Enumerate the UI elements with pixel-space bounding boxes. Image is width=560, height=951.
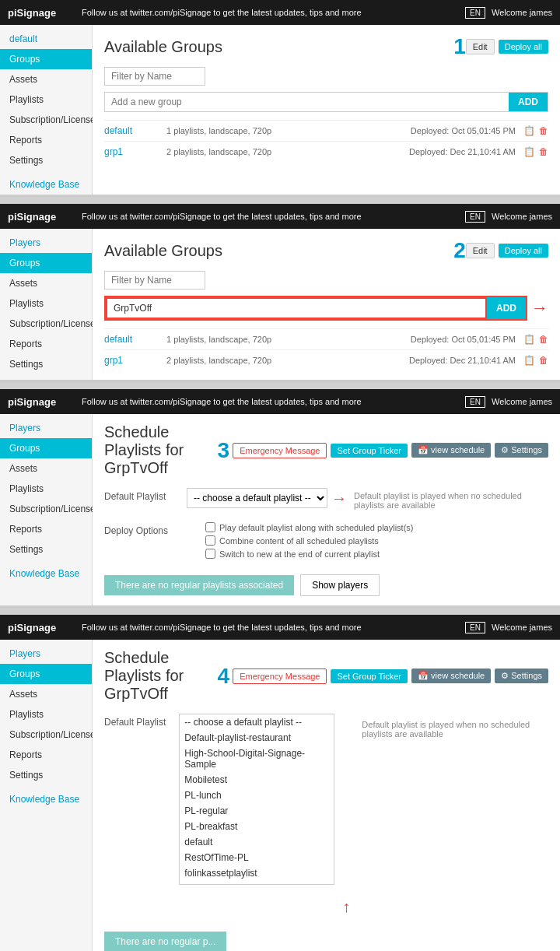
red-arrow-2: → [531,298,548,318]
sidebar-playlists-3[interactable]: Playlists [0,479,92,499]
deploy-btn-2[interactable]: Deploy all [499,244,548,258]
edit-btn-2[interactable]: Edit [466,243,495,258]
no-playlists-btn-3[interactable]: There are no regular playlists associate… [104,575,294,595]
add-group-input-1[interactable] [105,93,509,111]
filter-input-2[interactable] [104,271,205,290]
group-deployed-grp1-1: Deployed: Dec 21,10:41 AM [409,147,516,156]
sidebar-settings-4[interactable]: Settings [0,765,92,785]
sidebar-reports-4[interactable]: Reports [0,745,92,765]
red-arrow-4: ↑ [342,898,350,916]
group-link-default-2[interactable]: default [104,334,166,345]
sidebar-players-4[interactable]: Players [0,644,92,664]
del-icon-grp1-1[interactable]: 🗑 [539,146,548,157]
sidebar-groups-1[interactable]: Groups [0,49,92,69]
group-row-default-1: default 1 playlists, landscape, 720p Dep… [104,120,548,141]
default-playlist-select-3[interactable]: -- choose a default playlist -- [187,488,327,508]
group-link-grp1-1[interactable]: grp1 [104,146,166,157]
ticker-btn-4[interactable]: Set Group Ticker [331,669,408,683]
playlist-dropdown-4[interactable]: -- choose a default playlist -- Default-… [179,714,334,885]
checkbox-1-3[interactable] [205,522,215,532]
copy-icon-default-2[interactable]: 📋 [523,334,535,345]
sidebar-settings-1[interactable]: Settings [0,150,92,170]
section-1: default Groups Assets Playlists Subscrip… [0,25,560,198]
emergency-btn-4[interactable]: Emergency Message [233,669,327,684]
dropdown-opt-4-4[interactable]: PL-lunch [180,788,334,803]
copy-icon-grp1-1[interactable]: 📋 [523,146,535,157]
add-btn-2[interactable]: ADD [487,297,526,319]
section-3: Players Groups Assets Playlists Subscrip… [0,414,560,609]
sidebar-sub-1[interactable]: Subscription/Licenses [0,110,92,130]
page-title-3: Schedule Playlists for GrpTvOff [104,423,199,477]
sidebar-settings-3[interactable]: Settings [0,539,92,560]
del-icon-default-1[interactable]: 🗑 [539,125,548,136]
dropdown-opt-7-4[interactable]: default [180,834,334,850]
sidebar-reports-1[interactable]: Reports [0,130,92,150]
form-hint-3: Default playlist is played when no sched… [354,488,548,510]
sidebar-playlists-2[interactable]: Playlists [0,293,92,314]
group-link-default-1[interactable]: default [104,125,166,136]
settings-btn-3[interactable]: ⚙ Settings [495,443,548,458]
main-content-3: Schedule Playlists for GrpTvOff 3 Emerge… [93,414,560,605]
sidebar-reports-3[interactable]: Reports [0,519,92,539]
add-btn-1[interactable]: ADD [509,93,548,111]
edit-btn-1[interactable]: Edit [466,39,495,54]
step-num-4: 4 [218,664,230,689]
sidebar-reports-2[interactable]: Reports [0,334,92,354]
no-playlists-btn-4[interactable]: There are no regular p... [104,932,226,951]
dropdown-opt-3-4[interactable]: Mobiletest [180,772,334,788]
add-group-input-2[interactable] [106,297,487,319]
sidebar-players-3[interactable]: Players [0,418,92,438]
dropdown-opt-8-4[interactable]: RestOfTime-PL [180,850,334,865]
sidebar-assets-1[interactable]: Assets [0,69,92,89]
sidebar-kb-3[interactable]: Knowledge Base [0,563,92,584]
dropdown-opt-6-4[interactable]: PL-breakfast [180,819,334,834]
sidebar-players-1[interactable]: default [0,29,92,49]
checkbox-3-3[interactable] [205,549,215,559]
sidebar-groups-3[interactable]: Groups [0,438,92,458]
sidebar-assets-4[interactable]: Assets [0,684,92,704]
lang-badge-1: EN [465,7,485,19]
group-link-grp1-2[interactable]: grp1 [104,355,166,366]
emergency-btn-3[interactable]: Emergency Message [233,443,327,458]
dropdown-opt-10-4[interactable]: play2 [180,881,334,885]
del-icon-grp1-2[interactable]: 🗑 [539,355,548,366]
ticker-btn-3[interactable]: Set Group Ticker [331,444,408,458]
copy-icon-default-1[interactable]: 📋 [523,125,535,136]
sidebar-sub-3[interactable]: Subscription/Licenses [0,499,92,519]
deploy-btn-1[interactable]: Deploy all [499,40,548,54]
checkbox-2-3[interactable] [205,535,215,546]
checkbox-item-3-3[interactable]: Switch to new at the end of current play… [205,549,413,559]
default-playlist-label-3: Default Playlist [104,488,187,502]
sidebar-kb-4[interactable]: Knowledge Base [0,789,92,809]
sidebar-groups-2[interactable]: Groups [0,253,92,273]
settings-btn-4[interactable]: ⚙ Settings [495,669,548,683]
sidebar-sub-2[interactable]: Subscription/Licenses [0,314,92,334]
filter-input-1[interactable] [104,67,205,86]
sidebar-kb-1[interactable]: Knowledge Base [0,174,92,195]
schedule-btn-3[interactable]: 📅 view schedule [411,443,491,458]
copy-icon-grp1-2[interactable]: 📋 [523,355,535,366]
sidebar-groups-4[interactable]: Groups [0,664,92,684]
sidebar-players-2[interactable]: Players [0,233,92,253]
sidebar-2: Players Groups Assets Playlists Subscrip… [0,229,93,380]
sidebar-assets-3[interactable]: Assets [0,458,92,479]
sidebar-sub-4[interactable]: Subscription/Licenses [0,725,92,745]
del-icon-default-2[interactable]: 🗑 [539,334,548,345]
welcome-1: Welcome james [492,8,552,17]
sidebar-settings-2[interactable]: Settings [0,354,92,374]
dropdown-opt-placeholder-4[interactable]: -- choose a default playlist -- [180,714,334,730]
dropdown-opt-2-4[interactable]: High-School-Digital-Signage-Sample [180,746,334,772]
dropdown-opt-1-4[interactable]: Default-playlist-restaurant [180,730,334,746]
deploy-options-label-3: Deploy Options [104,522,205,536]
sidebar-playlists-1[interactable]: Playlists [0,89,92,110]
checkbox-item-1-3[interactable]: Play default playlist along with schedul… [205,522,413,532]
lang-badge-2: EN [465,211,485,223]
dropdown-opt-9-4[interactable]: folinkassetplaylist [180,865,334,881]
dropdown-opt-5-4[interactable]: PL-regular [180,803,334,819]
schedule-btn-4[interactable]: 📅 view schedule [411,669,491,683]
show-players-btn-3[interactable]: Show players [300,574,380,596]
sidebar-assets-2[interactable]: Assets [0,273,92,293]
checkbox-item-2-3[interactable]: Combine content of all scheduled playlis… [205,535,413,546]
sidebar-playlists-4[interactable]: Playlists [0,704,92,725]
group-actions-default-1: 📋 🗑 [523,125,548,136]
